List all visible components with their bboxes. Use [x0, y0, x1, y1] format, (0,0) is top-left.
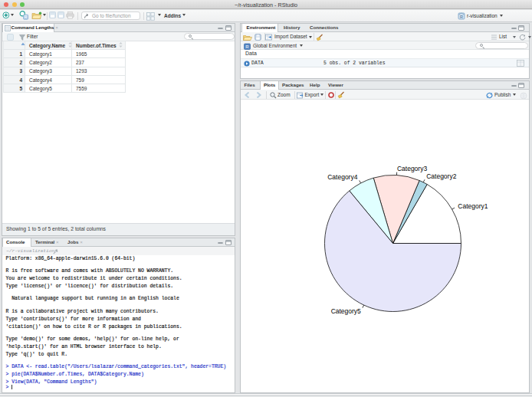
svg-text:R: R	[460, 15, 463, 19]
svg-text:Category5: Category5	[331, 307, 361, 315]
svg-text:Category3: Category3	[397, 165, 427, 172]
svg-text:R: R	[25, 15, 28, 19]
svg-text:Category1: Category1	[458, 202, 488, 210]
svg-text:Category2: Category2	[426, 172, 456, 180]
svg-text:Category4: Category4	[327, 173, 357, 181]
svg-text:R: R	[245, 44, 249, 49]
